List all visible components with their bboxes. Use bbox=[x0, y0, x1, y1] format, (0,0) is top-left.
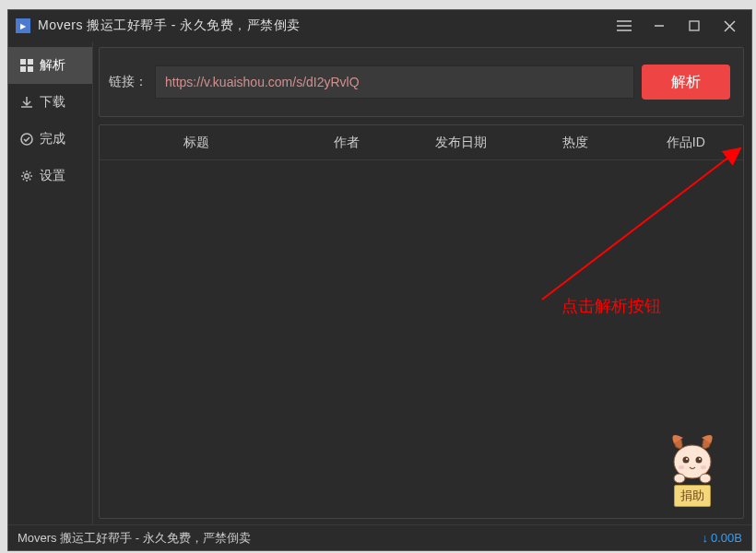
svg-point-17 bbox=[699, 458, 701, 460]
table-header: 标题 作者 发布日期 热度 作品ID bbox=[100, 125, 743, 160]
svg-point-18 bbox=[679, 465, 684, 469]
app-icon bbox=[16, 18, 30, 33]
minimize-icon[interactable] bbox=[650, 17, 668, 35]
svg-rect-8 bbox=[28, 59, 33, 65]
close-icon[interactable] bbox=[720, 17, 738, 35]
col-title: 标题 bbox=[100, 135, 293, 151]
menu-icon[interactable] bbox=[615, 17, 633, 35]
sidebar: 解析 下载 完成 设置 bbox=[8, 41, 93, 524]
svg-point-12 bbox=[25, 174, 29, 178]
col-author: 作者 bbox=[293, 135, 399, 151]
svg-rect-7 bbox=[20, 59, 26, 65]
svg-point-14 bbox=[683, 457, 690, 464]
sidebar-item-settings[interactable]: 设置 bbox=[8, 158, 92, 194]
sidebar-item-label: 解析 bbox=[40, 57, 65, 74]
down-arrow-icon: ↓ bbox=[703, 531, 709, 545]
body-area: 解析 下载 完成 设置 链 bbox=[8, 41, 751, 524]
content-area: 链接： 解析 标题 作者 发布日期 热度 作品ID bbox=[93, 41, 751, 524]
svg-rect-4 bbox=[690, 21, 699, 30]
svg-rect-10 bbox=[28, 66, 33, 72]
svg-rect-9 bbox=[20, 66, 26, 72]
statusbar: Movers 搬运工好帮手 - 永久免费，严禁倒卖 ↓0.00B bbox=[8, 524, 751, 550]
grid-icon bbox=[19, 58, 34, 73]
svg-point-20 bbox=[674, 474, 685, 483]
link-input[interactable] bbox=[155, 65, 634, 99]
download-icon bbox=[19, 95, 34, 110]
sidebar-item-label: 下载 bbox=[40, 94, 65, 111]
sidebar-item-download[interactable]: 下载 bbox=[8, 84, 92, 121]
svg-point-21 bbox=[700, 474, 711, 483]
sidebar-item-parse[interactable]: 解析 bbox=[8, 47, 92, 84]
svg-point-16 bbox=[686, 458, 688, 460]
col-heat: 热度 bbox=[523, 135, 629, 151]
app-window: Movers 搬运工好帮手 - 永久免费，严禁倒卖 解析 bbox=[7, 9, 752, 551]
window-title: Movers 搬运工好帮手 - 永久免费，严禁倒卖 bbox=[38, 18, 615, 34]
col-id: 作品ID bbox=[629, 135, 743, 151]
window-controls bbox=[615, 17, 744, 35]
svg-point-15 bbox=[696, 457, 703, 464]
link-panel: 链接： 解析 bbox=[99, 47, 744, 117]
donate-mascot[interactable]: 捐助 bbox=[658, 430, 726, 507]
link-label: 链接： bbox=[109, 74, 148, 90]
parse-button[interactable]: 解析 bbox=[642, 65, 730, 100]
sidebar-item-complete[interactable]: 完成 bbox=[8, 121, 92, 158]
svg-point-19 bbox=[701, 465, 706, 469]
status-text: Movers 搬运工好帮手 - 永久免费，严禁倒卖 bbox=[18, 530, 251, 547]
donate-label: 捐助 bbox=[674, 485, 711, 507]
check-icon bbox=[19, 132, 34, 147]
gear-icon bbox=[19, 169, 34, 183]
titlebar: Movers 搬运工好帮手 - 永久免费，严禁倒卖 bbox=[8, 10, 751, 41]
maximize-icon[interactable] bbox=[685, 17, 703, 35]
sidebar-item-label: 设置 bbox=[40, 168, 65, 184]
col-date: 发布日期 bbox=[399, 135, 523, 151]
sidebar-item-label: 完成 bbox=[40, 131, 65, 147]
results-table: 标题 作者 发布日期 热度 作品ID bbox=[99, 124, 744, 519]
mascot-icon bbox=[663, 430, 722, 486]
download-speed: ↓0.00B bbox=[703, 531, 742, 545]
